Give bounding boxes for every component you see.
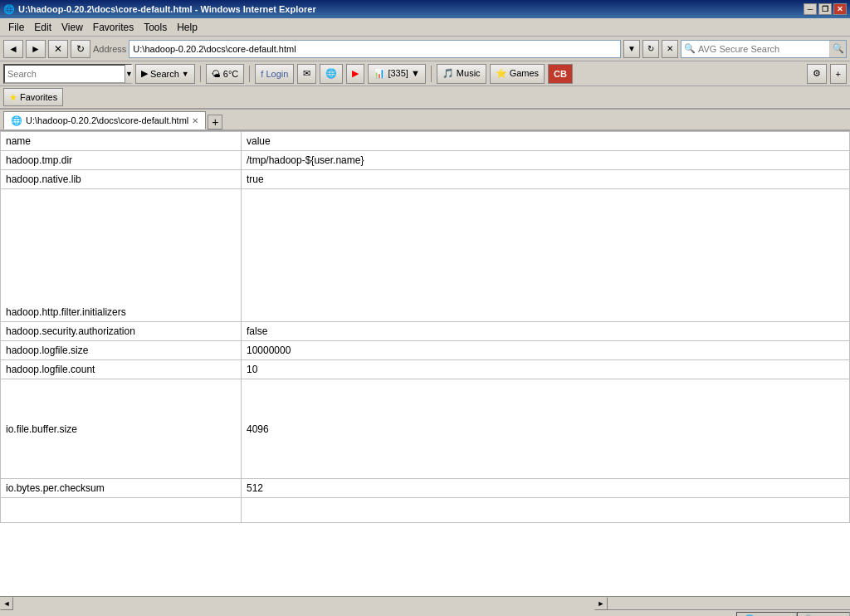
row-name: hadoop.logfile.size (1, 341, 242, 360)
favorites-button[interactable]: ★ Favorites (3, 88, 63, 106)
tab-close-button[interactable]: ✕ (192, 116, 198, 125)
tools-button[interactable]: ⚙ (807, 64, 827, 84)
counter-button[interactable]: 📊 [335] ▼ (368, 64, 425, 84)
games-button[interactable]: ⭐ Games (490, 64, 545, 84)
table-row: hadoop.native.lib true (1, 170, 850, 189)
active-tab[interactable]: 🌐 U:\hadoop-0.20.2\docs\core-default.htm… (3, 111, 206, 130)
secure-search-input[interactable] (698, 41, 829, 57)
row-value: 10 (242, 360, 850, 379)
row-value: 4096 (242, 379, 850, 479)
address-input[interactable] (129, 40, 621, 58)
toolbar: ▼ ▶ Search ▼ 🌤 6°C f Login ✉ 🌐 ▶ 📊 [335]… (0, 61, 850, 86)
table-row: hadoop.http.filter.initializers (1, 189, 850, 322)
row-value-empty (242, 498, 850, 523)
stop-button[interactable]: ✕ (48, 40, 68, 58)
title-bar-left: 🌐 U:\hadoop-0.20.2\docs\core-default.htm… (3, 4, 316, 15)
cb-button[interactable]: CB (548, 64, 573, 84)
header-value: value (242, 132, 850, 151)
main-content[interactable]: name value hadoop.tmp.dir /tmp/hadoop-${… (0, 131, 850, 596)
search-button-dropdown[interactable]: ▼ (182, 70, 189, 78)
table-row: hadoop.logfile.size 10000000 (1, 341, 850, 360)
menu-help[interactable]: Help (172, 20, 203, 35)
favorites-star-icon: ★ (9, 92, 17, 103)
window-title: U:\hadoop-0.20.2\docs\core-default.html … (18, 4, 316, 14)
browser-icon: 🌐 (3, 4, 15, 15)
row-name: hadoop.tmp.dir (1, 151, 242, 170)
menu-favorites[interactable]: Favorites (88, 20, 139, 35)
row-name-empty (1, 498, 242, 523)
table-row: hadoop.tmp.dir /tmp/hadoop-${user.name} (1, 151, 850, 170)
row-name: io.file.buffer.size (1, 379, 242, 479)
secure-search-button[interactable]: 🔍 (829, 41, 846, 57)
email-button[interactable]: ✉ (297, 64, 316, 84)
tab-label: U:\hadoop-0.20.2\docs\core-default.html (26, 115, 188, 125)
hscroll-left-button[interactable]: ◄ (0, 597, 13, 610)
browser-icon-btn[interactable]: 🌐 (320, 64, 343, 84)
table-header-row: name value (1, 132, 850, 151)
data-table: name value hadoop.tmp.dir /tmp/hadoop-${… (0, 131, 850, 523)
forward-button[interactable]: ► (26, 40, 46, 58)
address-bar: ◄ ► ✕ ↻ Address ▼ ↻ ✕ 🔍 🔍 (0, 37, 850, 61)
weather-widget[interactable]: 🌤 6°C (206, 64, 245, 84)
search-button[interactable]: ▶ Search ▼ (135, 64, 195, 84)
search-icon: 🔍 (681, 43, 698, 54)
back-button[interactable]: ◄ (3, 40, 23, 58)
status-bar: Done 🌐 Internet 🔍 100% (0, 609, 850, 616)
address-dropdown[interactable]: ▼ (623, 40, 640, 58)
search-go-icon: ▶ (141, 68, 148, 79)
hscroll-right-button[interactable]: ► (594, 597, 608, 610)
search-button-label: Search (150, 69, 179, 79)
table-row: hadoop.security.authorization false (1, 322, 850, 341)
table-row: io.file.buffer.size 4096 (1, 379, 850, 479)
zoom-panel[interactable]: 🔍 100% (797, 612, 850, 617)
row-value: false (242, 322, 850, 341)
tabs-bar: 🌐 U:\hadoop-0.20.2\docs\core-default.htm… (0, 110, 850, 131)
row-value: /tmp/hadoop-${user.name} (242, 151, 850, 170)
new-tab-button[interactable]: + (208, 115, 222, 130)
internet-zone-panel: 🌐 Internet (736, 612, 797, 617)
search-toolbar-dropdown[interactable]: ▼ (125, 65, 133, 83)
menu-edit[interactable]: Edit (29, 20, 56, 35)
title-bar-controls: ─ ❐ ✕ (804, 3, 847, 15)
secure-search-box: 🔍 🔍 (681, 40, 847, 58)
search-toolbar-input[interactable] (5, 66, 125, 82)
close-button[interactable]: ✕ (833, 3, 847, 15)
search-toolbar-container: ▼ (3, 64, 132, 84)
youtube-button[interactable]: ▶ (346, 64, 364, 84)
restore-button[interactable]: ❐ (818, 3, 832, 15)
menu-tools[interactable]: Tools (139, 20, 172, 35)
horizontal-scrollbar[interactable]: ◄ ► (0, 596, 850, 609)
toolbar-separator-1 (200, 66, 201, 82)
row-value (242, 189, 850, 322)
refresh-button[interactable]: ↻ (71, 40, 90, 58)
toolbar-separator-3 (431, 66, 432, 82)
favorites-bar: ★ Favorites (0, 86, 850, 110)
table-row: hadoop.logfile.count 10 (1, 360, 850, 379)
table-row: io.bytes.per.checksum 512 (1, 479, 850, 498)
tab-icon: 🌐 (11, 115, 22, 126)
favorites-label: Favorites (20, 92, 57, 102)
content-area: name value hadoop.tmp.dir /tmp/hadoop-${… (0, 131, 850, 596)
menu-file[interactable]: File (3, 20, 29, 35)
row-name: hadoop.security.authorization (1, 322, 242, 341)
menu-view[interactable]: View (56, 20, 88, 35)
stop-loading-button[interactable]: ✕ (662, 40, 678, 58)
row-name: hadoop.http.filter.initializers (1, 189, 242, 322)
title-bar: 🌐 U:\hadoop-0.20.2\docs\core-default.htm… (0, 0, 850, 18)
row-value: 10000000 (242, 341, 850, 360)
minimize-button[interactable]: ─ (804, 3, 817, 15)
table-row (1, 498, 850, 523)
row-name: io.bytes.per.checksum (1, 479, 242, 498)
address-label: Address (93, 44, 126, 54)
add-tab-button[interactable]: + (830, 64, 847, 84)
row-value: true (242, 170, 850, 189)
hscroll-track[interactable] (13, 597, 594, 610)
row-value: 512 (242, 479, 850, 498)
toolbar-separator-2 (249, 66, 250, 82)
refresh-page-button[interactable]: ↻ (642, 40, 659, 58)
header-name: name (1, 132, 242, 151)
row-name: hadoop.native.lib (1, 170, 242, 189)
music-button[interactable]: 🎵 Music (437, 64, 486, 84)
facebook-button[interactable]: f Login (255, 64, 294, 84)
menu-bar: File Edit View Favorites Tools Help (0, 18, 850, 37)
